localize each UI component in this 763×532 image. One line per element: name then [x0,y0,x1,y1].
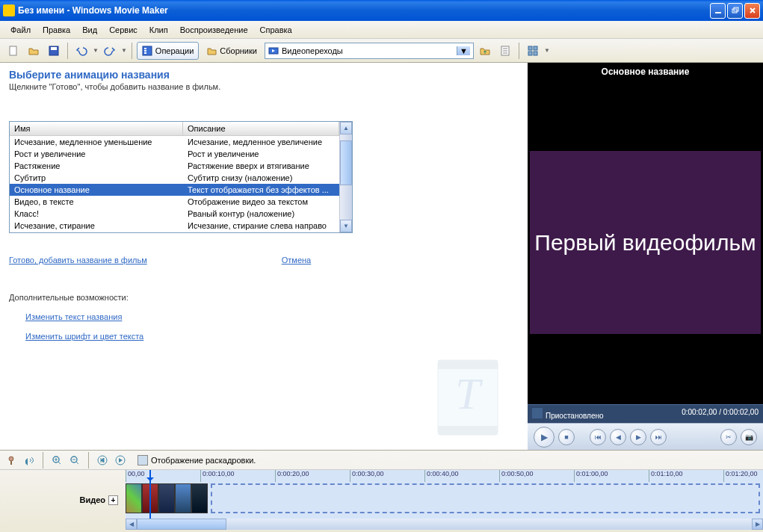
display-mode-label[interactable]: Отображение раскадровки. [151,456,256,465]
timeline-hscrollbar[interactable]: ◀ ▶ [126,519,763,530]
ruler-tick: 00,00 [126,470,200,482]
cell-name: Исчезание, медленное уменьшение [10,137,183,147]
change-font-link[interactable]: Изменить шрифт и цвет текста [25,332,519,341]
scroll-up-icon[interactable]: ▲ [340,122,352,134]
svg-rect-6 [143,46,152,55]
hscroll-left-icon[interactable]: ◀ [126,519,137,530]
table-row[interactable]: Рост и увеличениеРост и увеличение [10,148,339,160]
hscroll-thumb[interactable] [137,519,226,530]
narration-icon[interactable] [4,454,18,467]
forward-button[interactable]: ⏭ [650,429,667,445]
clip[interactable] [158,483,175,513]
column-desc[interactable]: Описание [183,122,339,135]
table-row[interactable]: РастяжениеРастяжение вверх и втягивание [10,160,339,172]
menu-edit[interactable]: Правка [37,23,76,37]
change-text-link[interactable]: Изменить текст названия [25,312,519,321]
undo-dropdown-icon[interactable]: ▼ [93,47,99,54]
cell-name: Исчезание, стирание [10,220,183,231]
table-row[interactable]: Исчезание, стираниеИсчезание, стирание с… [10,220,339,232]
menu-clip[interactable]: Клип [143,23,174,37]
view-icon[interactable] [524,42,542,60]
table-row[interactable]: Видео, в текстеОтображение видео за текс… [10,196,339,208]
cell-name: Субтитр [10,173,183,183]
cell-name: Рост и увеличение [10,149,183,159]
properties-icon[interactable] [496,42,514,60]
status-icon [532,408,543,418]
svg-rect-12 [528,46,532,50]
undo-icon[interactable] [72,42,90,60]
play-timeline-icon[interactable] [114,454,127,467]
scroll-down-icon[interactable]: ▼ [340,220,352,232]
drop-area[interactable] [211,483,760,513]
video-track[interactable]: 00,000:00:10,000:00:20,000:00:30,000:00:… [126,470,763,530]
table-row[interactable]: Исчезание, медленное уменьшениеИсчезание… [10,136,339,148]
cancel-link[interactable]: Отмена [282,256,311,265]
clip[interactable] [191,483,208,513]
table-row[interactable]: Класс!Рваный контур (наложение) [10,208,339,220]
video-clips[interactable] [126,483,208,515]
tasks-label: Операции [155,46,194,55]
svg-rect-9 [144,52,146,54]
collection-combo[interactable]: Видеопереходы ▼ [265,43,474,59]
clip[interactable] [175,483,191,513]
ruler-tick: 0:01:00,00 [574,470,649,482]
expand-track-button[interactable]: + [108,495,118,505]
done-link[interactable]: Готово, добавить название в фильм [9,256,147,265]
scroll-thumb[interactable] [340,140,352,185]
preview-status-text: Приостановлено [546,412,604,420]
table-row[interactable]: СубтитрСубтитр снизу (наложение) [10,172,339,184]
hscroll-right-icon[interactable]: ▶ [752,519,763,530]
svg-rect-18 [438,426,498,435]
panel-subtitle: Щелкните "Готово", чтобы добавить назван… [9,82,519,91]
track-label-video: Видео + [0,470,126,530]
menu-service[interactable]: Сервис [103,23,143,37]
audio-levels-icon[interactable] [22,454,36,467]
ruler-tick: 0:01:10,00 [649,470,723,482]
table-row[interactable]: Основное названиеТекст отображается без … [10,184,339,196]
table-scrollbar[interactable]: ▲ ▼ [339,122,352,232]
menu-view[interactable]: Вид [76,23,103,37]
rewind-button[interactable]: ⏮ [590,429,606,445]
collections-button[interactable]: Сборники [201,42,262,60]
save-icon[interactable] [45,42,63,60]
next-frame-button[interactable]: ▶ [630,429,646,445]
combo-value: Видеопереходы [282,46,457,55]
zoom-in-icon[interactable] [50,454,64,467]
redo-icon[interactable] [101,42,119,60]
title-watermark-icon: T [430,353,505,442]
svg-text:T: T [455,369,483,418]
view-dropdown-icon[interactable]: ▼ [544,47,550,54]
task-panel: Выберите анимацию названия Щелкните "Гот… [0,63,528,450]
combo-dropdown-icon[interactable]: ▼ [457,46,470,55]
cell-desc: Исчезание, стирание слева направо [183,220,339,231]
cell-desc: Текст отображается без эффектов ... [183,185,339,195]
svg-rect-15 [534,52,537,55]
restore-button[interactable] [727,3,743,19]
play-button[interactable]: ▶ [534,427,555,448]
snapshot-button[interactable]: 📷 [741,429,757,445]
cell-desc: Растяжение вверх и втягивание [183,161,339,171]
timeline-ruler: 00,000:00:10,000:00:20,000:00:30,000:00:… [126,470,763,482]
open-file-icon[interactable] [25,42,43,60]
collections-label: Сборники [220,46,257,55]
clip[interactable] [126,483,142,513]
zoom-out-icon[interactable] [68,454,81,467]
column-name[interactable]: Имя [10,122,183,135]
preview-statusbar: Приостановлено 0:00:02,00 / 0:00:02,00 [528,404,763,423]
menu-file[interactable]: Файл [4,23,37,37]
up-folder-icon[interactable] [476,42,494,60]
close-button[interactable] [744,3,760,19]
toolbar: ▼ ▼ Операции Сборники Видеопереходы ▼ ▼ [0,39,763,63]
prev-frame-button[interactable]: ◀ [610,429,626,445]
stop-button[interactable]: ■ [558,429,575,445]
rewind-timeline-icon[interactable] [96,454,109,467]
new-file-icon[interactable] [4,42,22,60]
menu-help[interactable]: Справка [254,23,298,37]
tasks-icon [142,46,152,56]
titlebar: Без имени - Windows Movie Maker [0,0,763,21]
redo-dropdown-icon[interactable]: ▼ [121,47,127,54]
tasks-button[interactable]: Операции [137,42,199,60]
split-button[interactable]: ✂ [720,429,737,445]
menu-playback[interactable]: Воспроизведение [174,23,254,37]
minimize-button[interactable] [710,3,726,19]
